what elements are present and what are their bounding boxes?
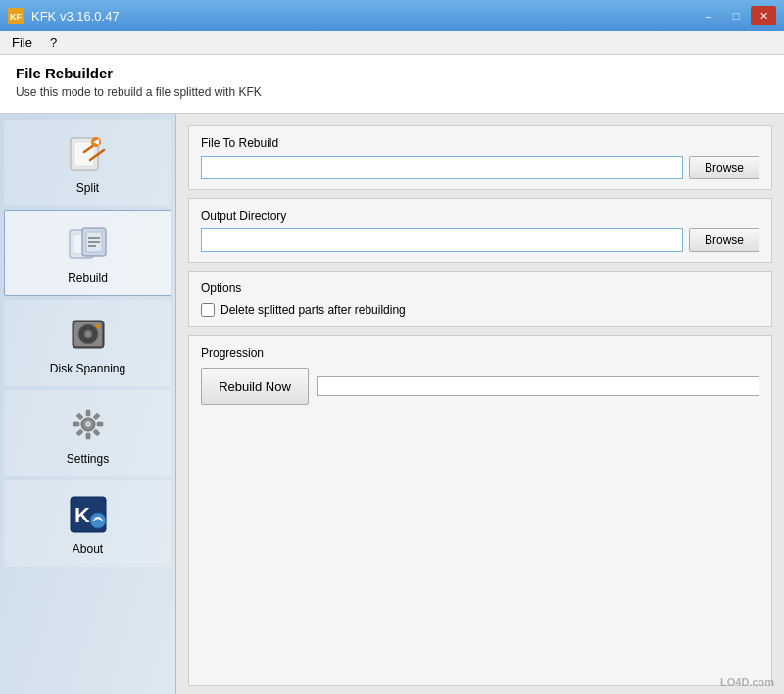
delete-parts-label[interactable]: Delete splitted parts after rebuilding [220,303,406,317]
svg-rect-26 [92,413,99,420]
minimize-button[interactable]: – [696,6,721,25]
menu-file[interactable]: File [4,33,40,52]
main-layout: Split Rebuild [0,114,784,694]
progression-title: Progression [201,346,760,360]
progression-row: Rebuild Now [201,368,760,405]
watermark: LO4D.com [720,676,774,688]
settings-icon [65,401,112,448]
svg-rect-22 [86,410,90,416]
options-title: Options [201,281,760,295]
output-directory-label: Output Directory [201,209,760,223]
split-icon [65,130,112,177]
app-icon: KF [8,8,24,24]
output-directory-row: Browse [201,228,760,252]
window-title: KFK v3.16.0.47 [31,9,120,24]
sidebar-item-rebuild-label: Rebuild [68,272,108,285]
delete-parts-checkbox[interactable] [201,303,215,317]
svg-point-21 [85,421,91,427]
file-to-rebuild-input[interactable] [201,156,683,179]
title-bar: KF KFK v3.16.0.47 – □ ✕ [0,0,784,31]
svg-rect-19 [96,324,100,328]
svg-text:KF: KF [10,12,22,22]
sidebar-item-settings[interactable]: Settings [4,390,172,476]
file-to-rebuild-label: File To Rebuild [201,136,760,150]
section-title: File Rebuilder [16,65,768,81]
rebuild-icon [65,221,112,268]
sidebar: Split Rebuild [0,114,176,694]
section-subtitle: Use this mode to rebuild a file splitted… [16,85,768,99]
file-browse-button[interactable]: Browse [689,156,760,179]
svg-rect-27 [75,429,82,436]
sidebar-item-about-label: About [73,542,103,556]
about-icon: K [65,491,112,538]
header-section: File Rebuilder Use this mode to rebuild … [0,55,784,114]
output-directory-input[interactable] [201,228,683,252]
close-button[interactable]: ✕ [751,6,776,25]
menu-bar: File ? [0,31,784,55]
sidebar-item-disk-spanning[interactable]: Disk Spanning [4,300,172,386]
file-to-rebuild-section: File To Rebuild Browse [188,125,772,190]
sidebar-item-disk-spanning-label: Disk Spanning [50,362,125,375]
svg-rect-23 [86,433,90,439]
options-section: Options Delete splitted parts after rebu… [188,271,772,327]
output-directory-section: Output Directory Browse [188,198,772,263]
svg-rect-28 [75,413,82,420]
svg-rect-29 [92,429,99,436]
svg-point-18 [86,333,89,336]
svg-rect-25 [97,422,103,426]
progression-section: Progression Rebuild Now [188,335,772,686]
rebuild-now-button[interactable]: Rebuild Now [201,368,309,405]
progress-bar [317,376,760,396]
sidebar-item-about[interactable]: K About [4,480,172,567]
disk-spanning-icon [65,311,112,358]
sidebar-item-settings-label: Settings [67,452,109,466]
output-browse-button[interactable]: Browse [689,228,760,252]
content-area: File To Rebuild Browse Output Directory … [176,114,784,694]
svg-point-32 [90,513,106,528]
sidebar-item-split-label: Split [76,181,99,195]
sidebar-item-split[interactable]: Split [4,120,172,206]
svg-rect-24 [74,422,79,426]
title-bar-left: KF KFK v3.16.0.47 [8,8,120,24]
sidebar-item-rebuild[interactable]: Rebuild [4,210,172,296]
title-bar-controls: – □ ✕ [696,6,776,25]
maximize-button[interactable]: □ [723,6,749,25]
file-to-rebuild-row: Browse [201,156,760,179]
menu-help[interactable]: ? [42,33,65,52]
delete-parts-row: Delete splitted parts after rebuilding [201,303,760,317]
svg-text:K: K [74,503,90,527]
